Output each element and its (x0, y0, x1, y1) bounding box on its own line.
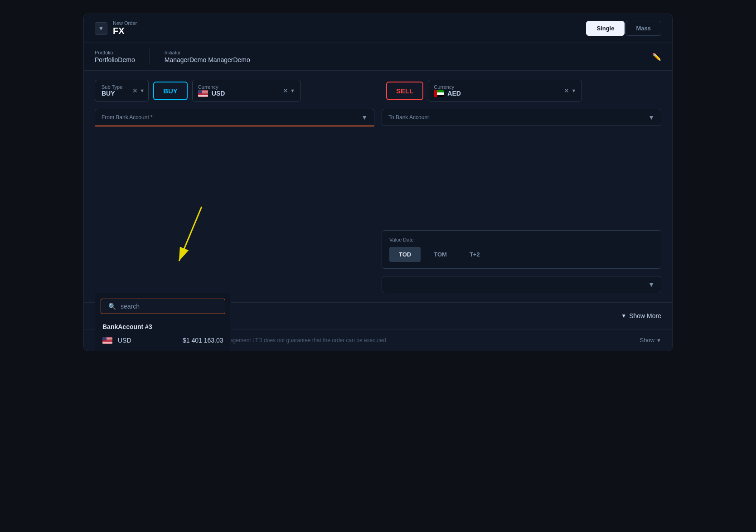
initiator-value: ManagerDemo ManagerDemo (165, 56, 250, 63)
initiator-label: Initiator (165, 50, 250, 55)
show-more-button[interactable]: ▼ Show More (621, 312, 661, 319)
aed-flag-icon (434, 90, 444, 97)
show-label: Show (640, 337, 655, 343)
buy-currency-value: USD (212, 90, 225, 97)
usd-flag-icon (198, 90, 208, 97)
edit-icon[interactable]: ✏️ (652, 53, 661, 61)
bank-row: From Bank Account * ▼ 🔍 BankAccount #3 (95, 109, 661, 293)
to-bank-field[interactable]: To Bank Account ▼ (382, 109, 661, 126)
to-bank-label: To Bank Account (388, 114, 429, 121)
sub-type-value: BUY (102, 90, 122, 97)
mass-toggle-button[interactable]: Mass (625, 21, 661, 36)
from-bank-container: From Bank Account * ▼ 🔍 BankAccount #3 (95, 109, 374, 293)
value-date-label: Value Date (389, 237, 654, 242)
value-date-section: Value Date TOD TOM T+2 (382, 230, 661, 269)
value-date-options: TOD TOM T+2 (389, 247, 654, 262)
portfolio-label: Portfolio (95, 50, 135, 55)
to-bank-container: To Bank Account ▼ Value Date TOD TOM T+2 (382, 109, 661, 293)
buy-currency-chevron-button[interactable]: ▼ (290, 88, 295, 93)
search-icon: 🔍 (108, 303, 116, 310)
sell-currency-field: Currency AED ✕ ▼ (428, 80, 582, 102)
portfolio-row: Portfolio PortfolioDemo Initiator Manage… (84, 43, 672, 71)
buy-currency-label: Currency (198, 84, 279, 90)
buy-currency-field: Currency USD ✕ ▼ (192, 80, 301, 102)
usd-currency-flag-icon (102, 337, 112, 344)
tom-button[interactable]: TOM (424, 247, 456, 262)
chevron-down-icon: ▼ (98, 25, 104, 32)
header-dropdown-button[interactable]: ▼ (95, 22, 107, 35)
bank-account-dropdown: 🔍 BankAccount #3 USD $1 401 163.03 (95, 293, 231, 351)
sell-currency-clear-button[interactable]: ✕ (564, 87, 569, 94)
header: ▼ New Order FX Single Mass (84, 14, 672, 43)
account-name-1: BankAccount #3 (102, 323, 223, 330)
header-subtitle: New Order (113, 20, 137, 26)
lower-right-chevron-icon: ▼ (648, 281, 654, 288)
bank-account-item-1[interactable]: BankAccount #3 USD $1 401 163.03 (95, 319, 231, 350)
account-currency-row-usd: USD $1 401 163.03 (102, 334, 223, 347)
usd-currency-code: USD (118, 337, 136, 344)
portfolio-field: Portfolio PortfolioDemo (95, 50, 135, 63)
sell-currency-chevron-button[interactable]: ▼ (571, 88, 576, 93)
lower-right-field: ▼ (382, 276, 661, 293)
show-more-label: Show More (629, 312, 661, 319)
show-button[interactable]: Show ▼ (640, 337, 661, 343)
usd-balance: $1 401 163.03 (183, 337, 223, 344)
chevron-down-icon-show: ▼ (621, 313, 626, 319)
header-title: FX (113, 26, 137, 36)
main-content: Sub Type BUY ✕ ▼ BUY Currency (84, 71, 672, 351)
t2-button[interactable]: T+2 (460, 247, 489, 262)
sub-type-clear-button[interactable]: ✕ (132, 87, 138, 94)
portfolio-value: PortfolioDemo (95, 56, 135, 63)
chevron-down-icon-disclaimer: ▼ (656, 338, 661, 343)
main-container: ▼ New Order FX Single Mass Portfolio Por… (83, 14, 673, 351)
initiator-field: Initiator ManagerDemo ManagerDemo (165, 50, 250, 63)
buy-currency-clear-button[interactable]: ✕ (283, 87, 288, 94)
tod-button[interactable]: TOD (389, 247, 421, 262)
sell-button[interactable]: SELL (386, 82, 423, 100)
from-bank-label: From Bank Account * (102, 114, 153, 121)
from-bank-chevron-icon: ▼ (361, 114, 368, 121)
header-title-group: New Order FX (113, 20, 137, 36)
sub-type-chevron-button[interactable]: ▼ (140, 88, 145, 93)
sell-currency-label: Currency (434, 84, 560, 90)
header-toggle-group: Single Mass (586, 21, 661, 36)
buy-button[interactable]: BUY (153, 82, 188, 100)
search-input[interactable] (121, 303, 218, 310)
sell-currency-value: AED (447, 90, 461, 97)
portfolio-divider (150, 48, 150, 65)
single-toggle-button[interactable]: Single (586, 21, 625, 36)
portfolio-fields: Portfolio PortfolioDemo Initiator Manage… (95, 48, 652, 65)
trade-area: Sub Type BUY ✕ ▼ BUY Currency (84, 71, 672, 302)
from-bank-field[interactable]: From Bank Account * ▼ (95, 109, 374, 126)
sub-type-control: Sub Type BUY ✕ ▼ (95, 80, 149, 102)
dropdown-search-container: 🔍 (101, 299, 225, 314)
to-bank-chevron-icon: ▼ (648, 114, 654, 121)
sub-type-label: Sub Type (102, 84, 122, 90)
header-left: ▼ New Order FX (95, 20, 137, 36)
